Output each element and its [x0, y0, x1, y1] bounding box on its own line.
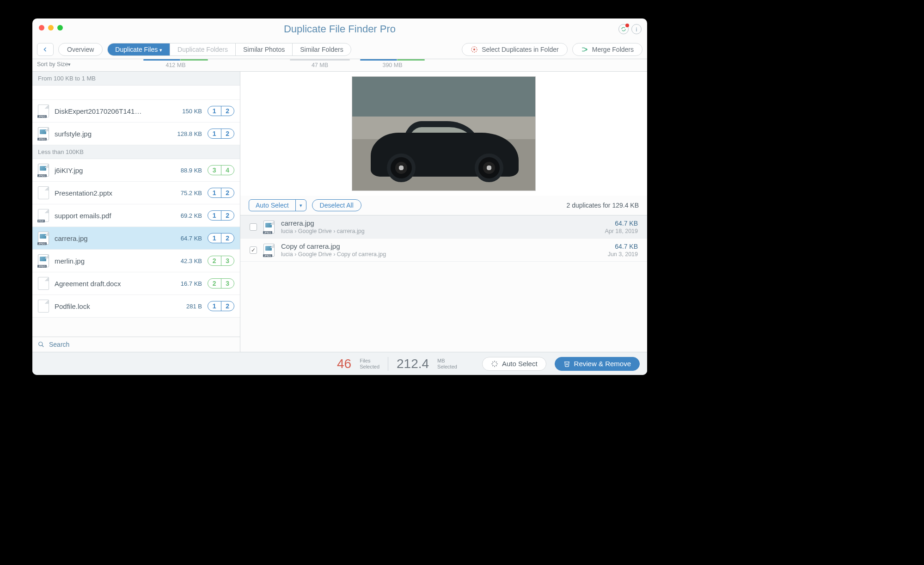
- pdf-icon: PDF: [38, 209, 49, 222]
- back-button[interactable]: [37, 43, 54, 56]
- tab-duplicate-folders[interactable]: Duplicate Folders: [170, 43, 235, 55]
- jpeg-icon: JPEG: [38, 232, 49, 245]
- dup-count-badge[interactable]: 23: [208, 278, 234, 289]
- deselect-all-button[interactable]: Deselect All: [312, 199, 361, 211]
- badge-num: 2: [221, 129, 234, 138]
- file-size: 69.2 KB: [171, 212, 202, 219]
- sparkle-icon: [491, 360, 498, 368]
- select-duplicates-in-folder-button[interactable]: Select Duplicates in Folder: [462, 43, 568, 56]
- list-item[interactable]: PDF support emails.pdf 69.2 KB 12: [32, 204, 240, 227]
- jpeg-icon: JPEG: [263, 244, 275, 257]
- file-icon: [38, 277, 49, 290]
- dup-file-name: Copy of carrera.jpg: [281, 242, 601, 250]
- search-icon: [38, 341, 44, 348]
- file-name: surfstyle.jpg: [55, 130, 165, 138]
- jpeg-icon: JPEG: [38, 164, 49, 177]
- checkbox[interactable]: [250, 223, 257, 231]
- dup-count-badge[interactable]: 12: [208, 210, 234, 221]
- list-item-selected[interactable]: JPEG carrera.jpg 64.7 KB 12: [32, 227, 240, 250]
- file-size: 64.7 KB: [171, 235, 202, 242]
- minimize-window-button[interactable]: [48, 25, 54, 31]
- list-item[interactable]: Presentation2.pptx 75.2 KB 12: [32, 182, 240, 204]
- badge-num: 1: [208, 129, 221, 138]
- file-name: Presentation2.pptx: [55, 189, 165, 197]
- sync-icon[interactable]: [618, 24, 629, 34]
- file-name: support emails.pdf: [55, 212, 165, 220]
- dup-count-badge[interactable]: 12: [208, 233, 234, 243]
- tab-label: Duplicate Files: [115, 46, 158, 53]
- view-tabs: Duplicate Files Duplicate Folders Simila…: [107, 43, 351, 56]
- dup-file-date: Jun 3, 2019: [608, 251, 638, 258]
- review-and-remove-button[interactable]: Review & Remove: [555, 357, 640, 371]
- file-name: Podfile.lock: [55, 302, 165, 310]
- chevron-down-icon: [68, 61, 71, 68]
- dup-count-badge[interactable]: 23: [208, 256, 234, 266]
- size-group-header: Less than 100KB: [32, 145, 240, 159]
- search-placeholder: Search: [49, 341, 69, 348]
- size-selected-label: MBSelected: [437, 358, 457, 369]
- list-item[interactable]: JPEG merlin.jpg 42.3 KB 23: [32, 250, 240, 272]
- dup-file-path: lucia › Google Drive › carrera.jpg: [281, 228, 598, 234]
- label-line: Selected: [360, 364, 379, 369]
- list-item-partial[interactable]: 12: [32, 86, 240, 100]
- file-list-sidebar: From 100 KB to 1 MB 12 JPEG DiskExpert20…: [32, 72, 240, 352]
- chevron-down-icon: [159, 46, 162, 53]
- overview-button[interactable]: Overview: [58, 43, 103, 56]
- list-item[interactable]: Podfile.lock 281 B 12: [32, 295, 240, 318]
- dup-file-name: carrera.jpg: [281, 219, 598, 227]
- dup-count-badge[interactable]: 34: [208, 165, 234, 175]
- file-size: 150 KB: [171, 108, 202, 115]
- list-item[interactable]: Agreement draft.docx 16.7 KB 23: [32, 272, 240, 295]
- badge-num: 1: [208, 301, 221, 311]
- list-item[interactable]: JPEG j6iKIY.jpg 88.9 KB 34: [32, 159, 240, 182]
- badge-num: 2: [221, 188, 234, 197]
- dup-files-size: 412 MB: [165, 62, 185, 68]
- sim-folders-size: 390 MB: [382, 62, 402, 68]
- info-icon[interactable]: i: [631, 24, 642, 34]
- size-selected-count: 212.4: [397, 356, 429, 371]
- search-bar[interactable]: Search: [32, 337, 240, 352]
- sim-photos-size: 47 MB: [312, 62, 328, 68]
- file-size: 128.8 KB: [171, 130, 202, 137]
- badge-num: 2: [221, 301, 234, 311]
- window-controls: [39, 25, 63, 31]
- auto-select-dropdown[interactable]: Auto Select: [249, 199, 306, 211]
- dup-file-size: 64.7 KB: [605, 220, 638, 227]
- close-window-button[interactable]: [39, 25, 44, 31]
- dup-count-badge[interactable]: 12: [208, 129, 234, 139]
- badge-num: 2: [208, 279, 221, 288]
- app-title: Duplicate File Finder Pro: [284, 23, 396, 35]
- list-item[interactable]: JPEG DiskExpert20170206T141… 150 KB 12: [32, 100, 240, 123]
- tab-similar-folders[interactable]: Similar Folders: [292, 43, 350, 55]
- duplicate-row[interactable]: ✓ JPEG Copy of carrera.jpg lucia › Googl…: [240, 239, 647, 262]
- dup-count-badge[interactable]: 12: [208, 188, 234, 198]
- list-item[interactable]: JPEG surfstyle.jpg 128.8 KB 12: [32, 123, 240, 145]
- auto-select-button[interactable]: Auto Select: [482, 357, 546, 371]
- label-line: Selected: [437, 364, 457, 369]
- file-name: carrera.jpg: [55, 234, 165, 242]
- tab-similar-photos[interactable]: Similar Photos: [235, 43, 292, 55]
- tab-metrics: Sort by Size 412 MB 47 MB 390 MB: [32, 59, 647, 71]
- button-label: Review & Remove: [574, 360, 631, 368]
- file-size: 88.9 KB: [171, 167, 202, 174]
- duplicate-row[interactable]: JPEG carrera.jpg lucia › Google Drive › …: [240, 215, 647, 239]
- duplicate-file-list[interactable]: From 100 KB to 1 MB 12 JPEG DiskExpert20…: [32, 72, 240, 337]
- jpeg-icon: JPEG: [263, 221, 275, 233]
- file-name: j6iKIY.jpg: [55, 166, 165, 174]
- file-name: Agreement draft.docx: [55, 280, 165, 288]
- merge-folders-button[interactable]: Merge Folders: [572, 43, 643, 56]
- zoom-window-button[interactable]: [57, 25, 63, 31]
- badge-num: 1: [208, 188, 221, 197]
- tab-label: Duplicate Folders: [177, 46, 228, 53]
- dup-count-badge[interactable]: 12: [208, 106, 234, 116]
- checkbox-checked[interactable]: ✓: [250, 246, 257, 254]
- button-label: Deselect All: [320, 202, 354, 209]
- dup-count-badge[interactable]: 12: [208, 301, 234, 311]
- sort-by-control[interactable]: Sort by Size: [37, 61, 71, 68]
- overview-label: Overview: [67, 46, 94, 53]
- badge-num: 3: [208, 166, 221, 175]
- svg-line-3: [42, 345, 44, 347]
- tab-duplicate-files[interactable]: Duplicate Files: [108, 43, 170, 55]
- file-icon: [38, 300, 49, 313]
- status-footer: 46 FilesSelected 212.4 MBSelected Auto S…: [32, 352, 647, 375]
